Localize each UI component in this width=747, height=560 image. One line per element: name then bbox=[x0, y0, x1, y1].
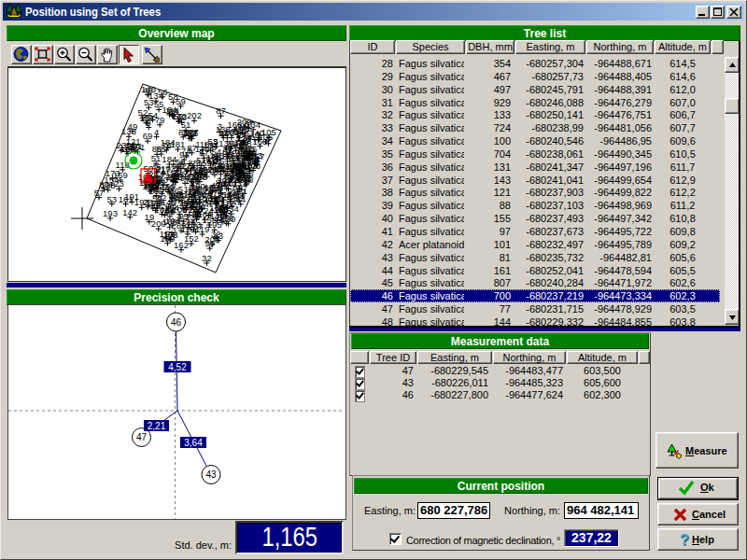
svg-text:46: 46 bbox=[171, 317, 182, 328]
svg-text:69: 69 bbox=[143, 131, 153, 141]
svg-text:43: 43 bbox=[214, 231, 224, 241]
svg-text:4: 4 bbox=[171, 171, 176, 181]
svg-text:134: 134 bbox=[237, 133, 252, 143]
svg-text:138: 138 bbox=[216, 124, 231, 134]
svg-text:4,52: 4,52 bbox=[168, 362, 187, 372]
svg-text:177: 177 bbox=[184, 127, 199, 137]
svg-text:136: 136 bbox=[229, 173, 244, 183]
svg-text:49: 49 bbox=[150, 201, 161, 211]
svg-text:4: 4 bbox=[154, 127, 159, 137]
svg-text:188: 188 bbox=[101, 180, 116, 190]
svg-text:161: 161 bbox=[119, 194, 134, 204]
svg-text:193: 193 bbox=[103, 208, 118, 218]
svg-text:40: 40 bbox=[254, 128, 264, 138]
svg-text:172: 172 bbox=[186, 191, 201, 202]
svg-text:39: 39 bbox=[164, 182, 175, 192]
svg-text:74: 74 bbox=[181, 146, 191, 156]
svg-text:47: 47 bbox=[211, 180, 221, 190]
svg-text:36: 36 bbox=[247, 147, 257, 158]
svg-text:135: 135 bbox=[218, 138, 233, 148]
svg-text:133: 133 bbox=[121, 126, 136, 136]
svg-text:202: 202 bbox=[187, 110, 202, 120]
svg-text:3,64: 3,64 bbox=[184, 438, 203, 448]
svg-text:67: 67 bbox=[244, 119, 254, 129]
svg-text:106: 106 bbox=[246, 161, 261, 171]
svg-text:172: 172 bbox=[208, 160, 223, 170]
svg-text:43: 43 bbox=[205, 469, 217, 480]
svg-text:122: 122 bbox=[120, 142, 134, 152]
svg-text:52: 52 bbox=[174, 111, 184, 121]
svg-text:55: 55 bbox=[156, 144, 166, 154]
svg-text:5: 5 bbox=[214, 136, 218, 147]
svg-text:154: 154 bbox=[164, 203, 179, 213]
svg-text:143: 143 bbox=[231, 148, 246, 159]
svg-text:142: 142 bbox=[122, 207, 137, 217]
svg-text:179: 179 bbox=[195, 144, 210, 154]
svg-text:53: 53 bbox=[107, 194, 118, 204]
svg-text:134: 134 bbox=[148, 91, 163, 101]
svg-text:91: 91 bbox=[165, 229, 176, 239]
svg-text:174: 174 bbox=[180, 161, 195, 171]
svg-text:2,21: 2,21 bbox=[148, 421, 166, 431]
svg-text:161: 161 bbox=[209, 203, 224, 213]
svg-text:79: 79 bbox=[155, 115, 165, 125]
svg-text:32: 32 bbox=[202, 253, 212, 263]
svg-text:199: 199 bbox=[193, 167, 208, 177]
svg-text:64: 64 bbox=[235, 194, 246, 204]
svg-text:51: 51 bbox=[151, 153, 162, 163]
svg-text:87: 87 bbox=[216, 105, 226, 116]
svg-text:162: 162 bbox=[174, 240, 189, 250]
svg-text:47: 47 bbox=[136, 432, 148, 442]
svg-text:136: 136 bbox=[185, 212, 200, 222]
svg-text:157: 157 bbox=[139, 113, 154, 123]
